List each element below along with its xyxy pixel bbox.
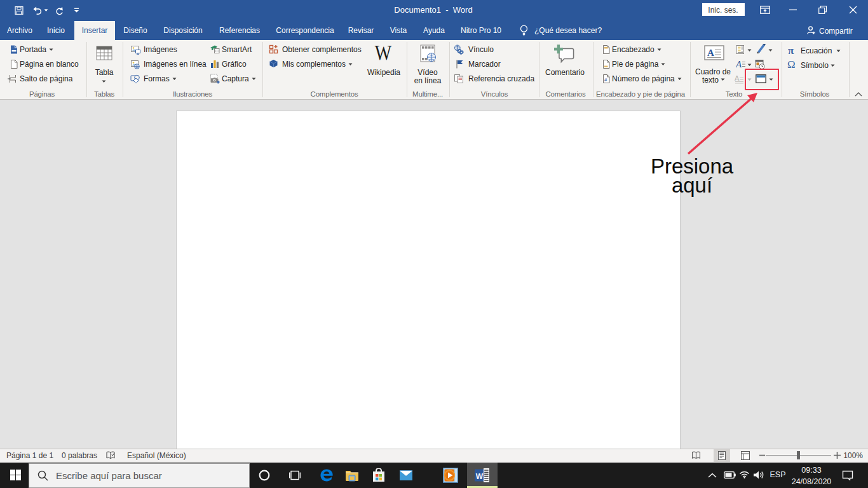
svg-text:W: W <box>476 472 484 481</box>
svg-text:A: A <box>735 74 740 82</box>
svg-text:A: A <box>707 48 714 58</box>
svg-text:A: A <box>736 59 742 69</box>
svg-text:#: # <box>604 77 607 83</box>
